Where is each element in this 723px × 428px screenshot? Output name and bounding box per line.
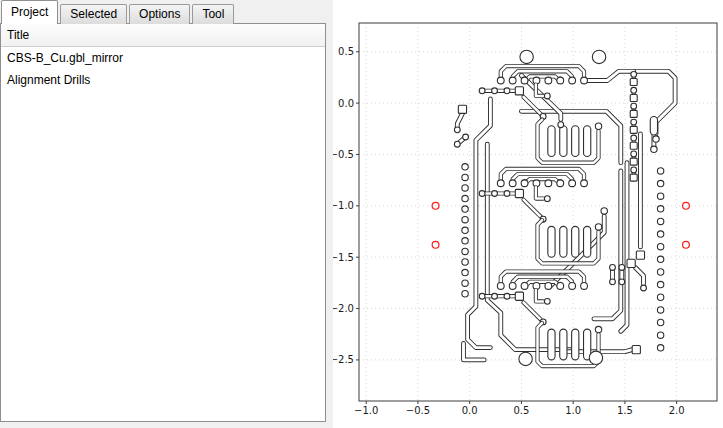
pad — [509, 283, 516, 290]
pad — [657, 345, 663, 351]
slot — [548, 126, 555, 157]
pad — [657, 269, 663, 275]
pad — [462, 269, 468, 275]
pad — [454, 127, 460, 133]
tab-project[interactable]: Project — [1, 0, 58, 24]
slot — [584, 226, 591, 257]
pad — [454, 141, 460, 147]
pad — [619, 279, 625, 285]
pad — [504, 191, 510, 197]
flatcam-window: ProjectSelectedOptionsTool Title CBS-B_C… — [0, 0, 723, 428]
slot — [548, 329, 555, 360]
x-tick-label: 1.0 — [565, 405, 581, 416]
project-tab-pane: Title CBS-B_Cu.gbl_mirrorAlignment Drill… — [0, 23, 326, 422]
mount-hole — [520, 50, 533, 63]
pad — [657, 168, 663, 174]
project-panel: ProjectSelectedOptionsTool Title CBS-B_C… — [0, 0, 326, 421]
x-tick-label: −0.5 — [406, 405, 430, 416]
pad — [581, 180, 588, 187]
square-pad — [630, 174, 637, 181]
pad — [569, 77, 576, 84]
slot — [572, 226, 579, 257]
pad — [557, 283, 564, 290]
square-pad — [630, 142, 637, 149]
pad — [657, 281, 663, 287]
slot — [572, 329, 579, 360]
pad — [610, 265, 616, 271]
plot-figure: −1.0−0.50.00.51.01.52.00.50.0−0.5−1.0−1.… — [333, 0, 723, 428]
pad — [631, 103, 637, 109]
y-tick-label: −0.5 — [333, 149, 354, 160]
pad — [631, 71, 637, 77]
pad — [462, 280, 468, 286]
square-pad — [515, 189, 523, 197]
mount-hole — [519, 352, 532, 365]
y-tick-label: −1.0 — [333, 200, 354, 211]
list-item[interactable]: Alignment Drills — [1, 69, 325, 91]
pad — [595, 123, 601, 129]
pad — [631, 119, 637, 125]
square-pad — [630, 79, 637, 86]
slot — [584, 126, 591, 157]
pad — [657, 332, 663, 338]
pad — [657, 218, 663, 224]
pad — [504, 88, 510, 94]
pad — [462, 206, 468, 212]
pad — [595, 224, 601, 230]
x-tick-label: 0.5 — [513, 405, 529, 416]
pad — [657, 180, 663, 186]
pad — [462, 217, 468, 223]
square-pad — [630, 94, 637, 101]
pad — [657, 294, 663, 300]
pad — [497, 283, 504, 290]
mount-hole — [589, 351, 602, 364]
pad — [657, 307, 663, 313]
square-pad — [630, 110, 637, 117]
pad — [657, 319, 663, 325]
pad — [463, 134, 469, 140]
mount-hole — [592, 50, 605, 63]
tab-bar: ProjectSelectedOptionsTool — [1, 0, 236, 24]
square-pad — [458, 105, 466, 113]
square-pad — [515, 292, 523, 300]
square-pad — [632, 346, 640, 354]
pad — [509, 180, 516, 187]
pad — [641, 285, 647, 291]
pad — [492, 293, 498, 299]
pad — [545, 180, 552, 187]
tab-tool[interactable]: Tool — [192, 4, 234, 24]
pcb-artwork — [454, 50, 675, 366]
square-pad — [630, 158, 637, 165]
y-tick-label: −1.5 — [333, 252, 354, 263]
pad — [631, 87, 637, 93]
tab-options[interactable]: Options — [129, 4, 190, 24]
pad — [544, 93, 550, 99]
pad — [479, 293, 485, 299]
pad — [557, 180, 564, 187]
pad — [557, 77, 564, 84]
slot — [560, 226, 567, 257]
square-pad — [630, 126, 637, 133]
pad — [479, 88, 485, 94]
pad — [462, 195, 468, 201]
pad — [544, 196, 550, 202]
pad — [492, 88, 498, 94]
pad — [601, 208, 607, 214]
y-tick-label: −2.0 — [333, 303, 354, 314]
list-item[interactable]: CBS-B_Cu.gbl_mirror — [1, 47, 325, 69]
x-tick-label: 1.5 — [617, 405, 633, 416]
pad — [657, 256, 663, 262]
pad — [631, 151, 637, 157]
pad — [492, 191, 498, 197]
tab-selected[interactable]: Selected — [60, 4, 127, 24]
plot-canvas[interactable]: −1.0−0.50.00.51.01.52.00.50.0−0.5−1.0−1.… — [333, 0, 723, 428]
drill-marker — [432, 241, 439, 248]
pad — [558, 122, 564, 128]
list-header-title[interactable]: Title — [1, 24, 325, 47]
y-tick-label: 0.5 — [338, 46, 354, 57]
pad — [544, 298, 550, 304]
pad — [651, 146, 657, 152]
pad — [462, 248, 468, 254]
pad — [657, 206, 663, 212]
pad — [595, 326, 601, 332]
